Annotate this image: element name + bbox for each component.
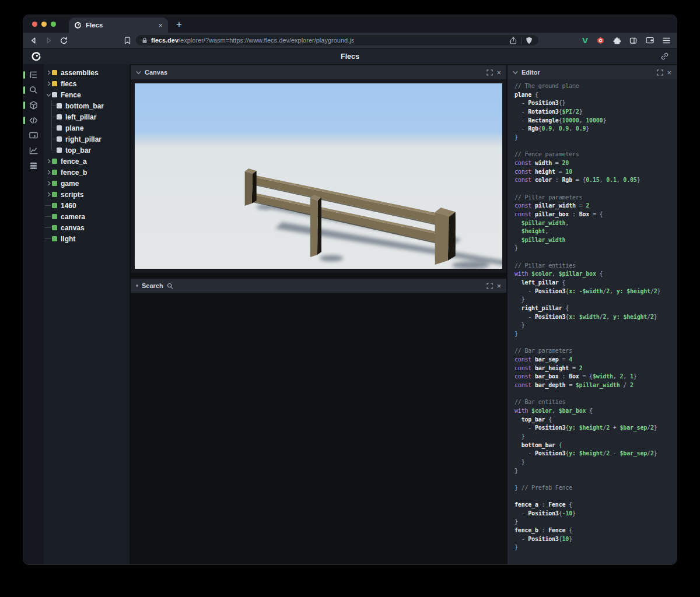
tree-item-assemblies[interactable]: assemblies <box>44 67 130 78</box>
reload-icon[interactable] <box>60 37 68 44</box>
entity-kind-square <box>52 236 57 241</box>
tree-item-game[interactable]: game <box>44 178 130 189</box>
tree-item-left_pillar[interactable]: left_pillar <box>44 111 130 122</box>
menu-icon[interactable] <box>663 37 670 44</box>
code-line <box>514 142 670 151</box>
code-line: } <box>514 467 670 476</box>
close-panel-icon[interactable]: × <box>667 69 671 76</box>
flecs-logo-icon[interactable] <box>31 51 41 62</box>
close-panel-icon[interactable]: × <box>496 282 501 290</box>
fullscreen-icon[interactable] <box>487 69 493 76</box>
entity-kind-square <box>52 225 57 230</box>
code-line: } <box>514 244 670 253</box>
editor-panel: Editor × // The ground planeplane { - Po… <box>508 65 677 564</box>
url-bar[interactable]: flecs.dev/explorer/?wasm=https://www.fle… <box>136 35 538 45</box>
fence-right-pillar <box>435 208 456 265</box>
code-line: left_pillar { <box>514 279 670 287</box>
tree-item-label: plane <box>65 124 83 132</box>
tree-item-label: light <box>61 235 75 243</box>
forward-icon[interactable] <box>45 37 52 44</box>
tree-item-label: fence_b <box>61 168 87 177</box>
code-line: - Position3{x: -$width/2, y: $height/2} <box>514 287 670 296</box>
chevron-right-icon[interactable] <box>46 192 51 197</box>
browser-window: Flecs × + flecs.dev/explorer/?wasm=https… <box>23 15 677 564</box>
code-editor-content[interactable]: // The ground planeplane { - Position3{}… <box>508 79 677 564</box>
fullscreen-icon[interactable] <box>657 69 663 76</box>
code-line: // Bar parameters <box>514 347 670 356</box>
bookmark-icon[interactable] <box>124 37 131 44</box>
chevron-down-icon[interactable] <box>46 92 51 97</box>
code-line: top_bar { <box>514 416 670 424</box>
script-editor-icon[interactable] <box>28 115 40 125</box>
back-icon[interactable] <box>30 37 37 44</box>
zoom-window-button[interactable] <box>51 22 56 27</box>
search-panel-header[interactable]: Search × <box>131 279 506 293</box>
query-search-icon[interactable] <box>28 85 40 95</box>
inspector-cube-icon[interactable] <box>28 100 40 110</box>
tree-item-label: top_bar <box>65 146 91 154</box>
chevron-right-icon[interactable] <box>46 70 51 75</box>
code-line: fence_b : Fence { <box>514 526 670 535</box>
code-line: } <box>514 518 670 526</box>
tree-item-light[interactable]: light <box>44 233 130 244</box>
code-line: const height = 10 <box>514 168 670 177</box>
tree-item-top_bar[interactable]: top_bar <box>44 145 130 156</box>
tree-item-label: left_pillar <box>65 113 96 121</box>
statistics-chart-icon[interactable] <box>28 146 40 156</box>
tree-item-canvas[interactable]: canvas <box>44 222 130 233</box>
share-link-icon[interactable] <box>660 52 669 61</box>
close-panel-icon[interactable]: × <box>496 69 501 76</box>
tree-item-label: Fence <box>61 91 81 99</box>
brave-shield-icon[interactable] <box>526 37 533 44</box>
entity-tree-icon[interactable] <box>28 70 40 80</box>
close-tab-icon[interactable]: × <box>158 22 163 29</box>
chevron-right-icon[interactable] <box>46 159 51 164</box>
tree-item-fence_a[interactable]: fence_a <box>44 156 130 167</box>
browser-tab-flecs[interactable]: Flecs × <box>69 17 168 33</box>
chevron-right-icon[interactable] <box>46 81 51 86</box>
data-tables-icon[interactable] <box>28 161 40 171</box>
entity-kind-square <box>57 114 62 120</box>
tree-item-scripts[interactable]: scripts <box>44 189 130 200</box>
search-results-area[interactable] <box>131 293 506 564</box>
adblock-hexagon-icon[interactable] <box>597 37 604 44</box>
collapsed-dot-icon[interactable] <box>136 285 138 287</box>
tree-connector-line <box>46 145 57 156</box>
wallet-icon[interactable] <box>646 37 654 44</box>
tree-item-right_pillar[interactable]: right_pillar <box>44 134 130 145</box>
vue-devtools-icon[interactable]: V <box>582 36 588 45</box>
code-line: const width = 20 <box>514 159 670 168</box>
sidebar-toggle-icon[interactable] <box>629 37 637 44</box>
close-window-button[interactable] <box>32 22 37 27</box>
search-panel-title: Search <box>142 282 163 289</box>
browser-tab-strip: Flecs × + <box>23 15 677 33</box>
center-column: Canvas × <box>131 65 506 564</box>
entity-kind-square <box>57 148 62 153</box>
code-line: const color : Rgb = {0.15, 0.1, 0.05} <box>514 176 670 185</box>
code-line: with $color, $pillar_box { <box>514 270 670 279</box>
tree-item-bottom_bar[interactable]: bottom_bar <box>44 100 130 111</box>
tree-item-fence_b[interactable]: fence_b <box>44 167 130 178</box>
code-line: } <box>514 296 670 304</box>
tree-item-camera[interactable]: camera <box>44 211 130 222</box>
tree-item-1460[interactable]: 1460 <box>44 200 130 211</box>
extensions-puzzle-icon[interactable] <box>613 37 621 44</box>
code-line: $height, <box>514 227 670 236</box>
tree-item-plane[interactable]: plane <box>44 122 130 134</box>
tree-item-label: assemblies <box>61 69 99 77</box>
code-line: const pillar_width = 2 <box>514 202 670 210</box>
chevron-right-icon[interactable] <box>46 170 51 175</box>
chevron-down-icon[interactable] <box>513 70 518 75</box>
tree-item-flecs[interactable]: flecs <box>44 78 130 89</box>
editor-panel-header[interactable]: Editor × <box>508 65 677 79</box>
share-icon[interactable] <box>510 37 517 44</box>
chevron-right-icon[interactable] <box>46 181 51 186</box>
new-tab-button[interactable]: + <box>168 19 182 33</box>
minimize-window-button[interactable] <box>41 22 47 27</box>
tree-item-Fence[interactable]: Fence <box>44 89 130 100</box>
canvas-3d-view[interactable] <box>131 79 506 273</box>
chevron-down-icon[interactable] <box>136 70 141 75</box>
canvas-panel-header[interactable]: Canvas × <box>131 65 506 79</box>
canvas-screen-icon[interactable] <box>28 131 40 141</box>
fullscreen-icon[interactable] <box>487 283 493 289</box>
